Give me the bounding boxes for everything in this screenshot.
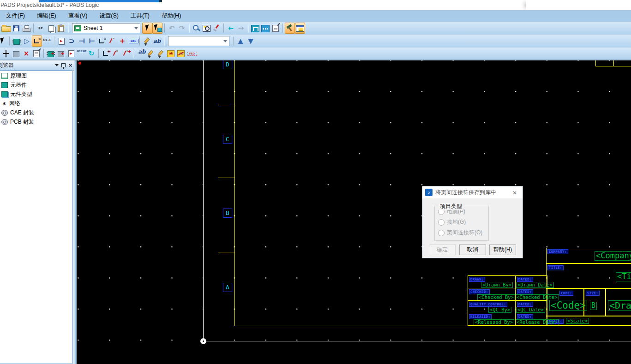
edit-text-button[interactable] [145,48,156,59]
pin-right-button[interactable]: ⊣ [87,36,97,47]
select-pointer-button[interactable] [0,36,7,47]
cut-button[interactable]: ✂ [36,23,46,34]
add-gate-button[interactable]: ▷ [22,36,32,47]
renumber-pin-button[interactable]: + [121,48,131,59]
properties-button-2[interactable] [31,48,42,59]
panel-menu-button[interactable] [53,62,60,69]
text-button[interactable]: ab [152,36,162,47]
copy-button[interactable] [46,23,56,34]
next-sheet-button[interactable]: → [236,23,246,34]
connection-select-button[interactable] [152,23,162,34]
properties-button[interactable] [270,23,281,34]
previous-sheet-button[interactable]: ← [226,23,236,34]
undo-button[interactable]: ↶ [167,23,177,34]
pin-left-button[interactable]: ⊣ [77,36,87,47]
qc-date-value: <QC Date> [516,307,545,313]
panel-pin-button[interactable] [60,62,67,69]
swap-pin-button[interactable] [111,48,121,59]
paste-button[interactable] [56,23,66,34]
menu-tools[interactable]: 工具(T) [125,10,156,22]
route-mode-button[interactable] [260,23,270,34]
dialog-title-bar[interactable]: ♪ 将页间连接符保存到库中 × [422,186,523,198]
wire-corner-button[interactable] [97,36,107,47]
move-button[interactable] [1,48,11,59]
title-bar[interactable]: PADS Projects\default.txt* - PADS Logic [0,0,631,10]
separator [131,48,135,59]
change-text-button[interactable]: ab [135,48,145,59]
browser-item-nets[interactable]: ∗ 网络 [0,99,72,108]
help-button[interactable]: 帮助(H) [489,245,516,255]
separator [222,23,226,34]
released-label: RELEASED: [469,314,492,319]
signature-divider [515,275,516,326]
browser-item-part-types[interactable]: 元件类型 [0,90,72,99]
menu-view[interactable]: 查看(V) [62,10,94,22]
db-text-button[interactable]: ab [166,48,176,59]
company-cell: COMPANY: <Company [546,248,631,263]
label-button[interactable]: LBL [127,36,138,47]
open-button[interactable] [1,23,11,34]
row-label-b: B [223,209,232,218]
browser-item-components[interactable]: 元器件 [0,80,72,90]
fld-button[interactable]: FLD [186,48,196,59]
swap-gate-button[interactable] [11,48,21,59]
print-button[interactable] [21,23,31,34]
size-label: SIZE: [586,291,600,296]
zoom-button[interactable] [191,23,201,34]
selection-mode-button[interactable] [142,23,152,34]
add-connection-button[interactable] [250,23,260,34]
separator [66,23,70,34]
browser-item-cae-decals[interactable]: CAE 封装 [0,108,72,117]
junction-button[interactable]: + [117,36,127,47]
separator [7,36,12,47]
page-connector-button[interactable]: ▶ [56,36,66,47]
redo-button[interactable]: ↷ [177,23,187,34]
schematic-canvas[interactable]: D C B A COMPANY: <Company TITLE: <Tit CO… [77,60,631,364]
menu-file[interactable]: 文件(F) [0,10,31,22]
add-pin-button[interactable]: + [101,48,111,59]
ok-button[interactable]: 确定 [429,245,456,255]
separator [96,48,101,59]
field-label-button[interactable] [142,36,152,47]
row-tick-3 [218,252,234,252]
u11-pin-button[interactable]: U1.1 [42,36,52,47]
separator [52,36,56,47]
pads-layout-button[interactable] [295,23,305,34]
delete-button[interactable]: × [21,48,31,59]
toolbar-standard: ✂ Sheet 1 [0,22,631,35]
db-edit-button[interactable]: ab [176,48,186,59]
panel-close-button[interactable]: × [67,62,74,69]
rotate-button[interactable]: ↻ [86,48,96,59]
net-icon: ∗ [1,101,7,106]
swap-reference-button[interactable]: U1↕U2 [76,48,86,59]
gate-symbol-button[interactable]: ⊃ [66,36,77,47]
browser-item-schematic[interactable]: 原理图 [0,71,72,80]
pads-router-button[interactable] [285,23,295,34]
radio-offpage[interactable]: 页间连接符(O) [435,227,488,238]
new-sheet-button[interactable]: ▶ [66,48,76,59]
add-wire-button[interactable] [32,36,42,47]
move-up-button[interactable]: ▲ [235,36,246,47]
menu-setup[interactable]: 设置(S) [93,10,125,22]
copy-gate-button[interactable]: + [56,48,66,59]
cancel-button[interactable]: 取消 [459,245,486,255]
net-name-combo[interactable] [168,36,229,46]
company-label: COMPANY: [547,249,568,254]
radio-ground[interactable]: 接地(G) [435,217,488,227]
row-label-d: D [223,60,232,69]
save-button[interactable] [11,23,21,34]
add-part-button[interactable] [12,36,22,47]
menu-help[interactable]: 帮助(H) [156,10,187,22]
menu-edit[interactable]: 编辑(E) [31,10,62,22]
browser-item-pcb-decals[interactable]: PCB 封装 [0,117,72,126]
angled-wire-button[interactable] [107,36,117,47]
add-gate-b-button[interactable]: + [46,48,56,59]
edit-field-button[interactable] [156,48,166,59]
move-down-button[interactable]: ▼ [246,36,256,47]
dialog-close-button[interactable]: × [510,189,520,197]
board-view-button[interactable] [201,23,211,34]
redraw-button[interactable] [211,23,222,34]
sheet-selector[interactable]: Sheet 1 [72,23,140,33]
chevron-down-icon [134,27,138,30]
released-row: RELEASED: <Released By> DATED: <Release … [468,313,547,326]
